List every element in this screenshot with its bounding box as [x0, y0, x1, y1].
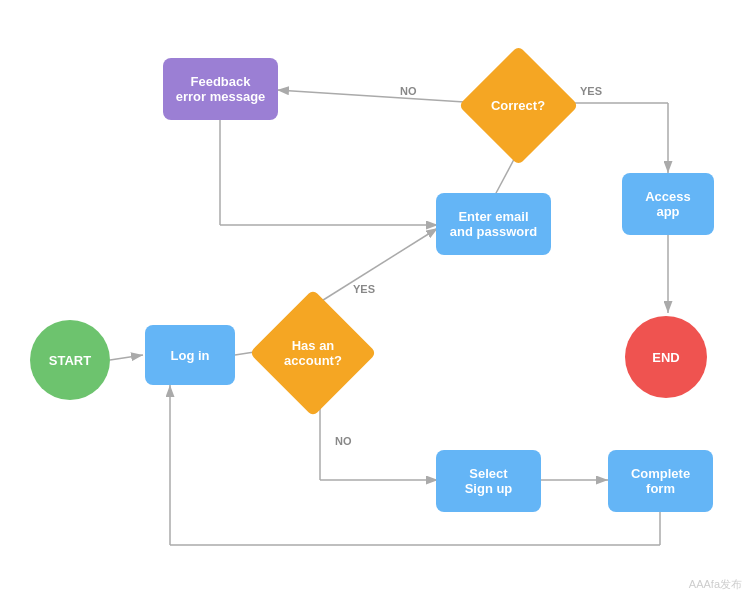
access-app-label: Access app — [645, 189, 691, 219]
start-node: START — [30, 320, 110, 400]
correct-node: Correct? — [468, 55, 568, 155]
login-label: Log in — [171, 348, 210, 363]
svg-line-7 — [277, 90, 480, 103]
flowchart: YES NO YES NO START Log in Has anaccount… — [0, 0, 750, 600]
label-yes-has-account: YES — [353, 283, 375, 295]
enter-email-label: Enter email and password — [450, 209, 537, 239]
label-no-has-account: NO — [335, 435, 352, 447]
complete-form-label: Complete form — [631, 466, 690, 496]
enter-email-node: Enter email and password — [436, 193, 551, 255]
access-app-node: Access app — [622, 173, 714, 235]
end-node: END — [625, 316, 707, 398]
end-label: END — [652, 350, 679, 365]
login-node: Log in — [145, 325, 235, 385]
has-account-node: Has anaccount? — [258, 298, 368, 408]
correct-label: Correct? — [491, 98, 545, 113]
has-account-label: Has anaccount? — [284, 338, 342, 368]
label-no-correct: NO — [400, 85, 417, 97]
complete-form-node: Complete form — [608, 450, 713, 512]
svg-line-1 — [110, 355, 143, 360]
watermark: AAAfa发布 — [689, 577, 742, 592]
start-label: START — [49, 353, 91, 368]
feedback-label: Feedback error message — [176, 74, 266, 104]
feedback-node: Feedback error message — [163, 58, 278, 120]
svg-line-3 — [320, 228, 438, 302]
select-signup-label: Select Sign up — [465, 466, 513, 496]
label-yes-correct: YES — [580, 85, 602, 97]
select-signup-node: Select Sign up — [436, 450, 541, 512]
